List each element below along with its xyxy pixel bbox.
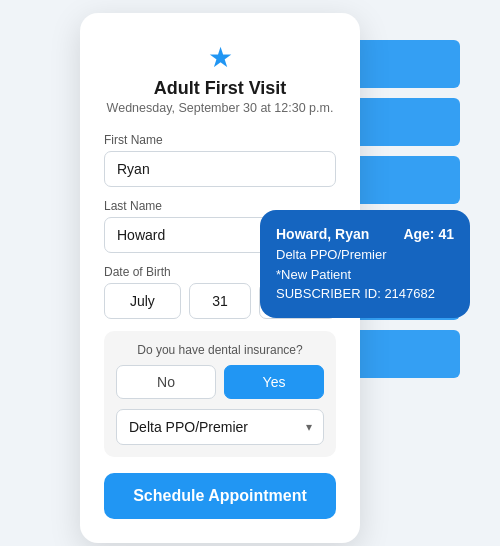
dob-month-input[interactable] [104, 283, 181, 319]
insurance-section: Do you have dental insurance? No Yes Del… [104, 331, 336, 457]
first-name-input[interactable] [104, 151, 336, 187]
dob-day-input[interactable] [189, 283, 251, 319]
star-icon: ★ [104, 41, 336, 74]
card-subtitle: Wednesday, September 30 at 12:30 p.m. [104, 101, 336, 115]
schedule-appointment-button[interactable]: Schedule Appointment [104, 473, 336, 519]
insurance-select-wrapper: Delta PPO/Premier Delta Basic Cigna Aetn… [116, 409, 324, 445]
insurance-plan-select[interactable]: Delta PPO/Premier Delta Basic Cigna Aetn… [116, 409, 324, 445]
tooltip-name-age: Howard, Ryan Age: 41 [276, 224, 454, 245]
card-title: Adult First Visit [104, 78, 336, 99]
first-name-group: First Name [104, 133, 336, 187]
tooltip-subscriber: SUBSCRIBER ID: 2147682 [276, 284, 454, 304]
tooltip-patient-type: *New Patient [276, 265, 454, 285]
tooltip-patient-age: Age: 41 [403, 224, 454, 245]
first-name-label: First Name [104, 133, 336, 147]
tooltip-plan: Delta PPO/Premier [276, 245, 454, 265]
insurance-toggle-row: No Yes [116, 365, 324, 399]
insurance-question: Do you have dental insurance? [116, 343, 324, 357]
patient-tooltip: Howard, Ryan Age: 41 Delta PPO/Premier *… [260, 210, 470, 318]
no-button[interactable]: No [116, 365, 216, 399]
tooltip-patient-name: Howard, Ryan [276, 226, 369, 242]
card-header: ★ Adult First Visit Wednesday, September… [104, 41, 336, 115]
yes-button[interactable]: Yes [224, 365, 324, 399]
